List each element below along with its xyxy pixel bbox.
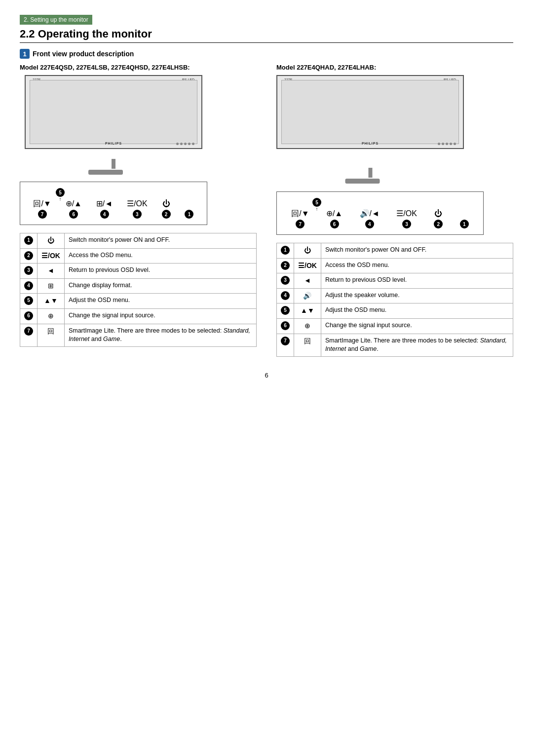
left-column: Model 227E4QSD, 227E4LSB, 227E4QHSD, 227… [20, 64, 257, 357]
left-monitor-base [104, 159, 123, 174]
left-model-title: Model 227E4QSD, 227E4LSB, 227E4QHSD, 227… [20, 64, 257, 71]
row-num: 5 [20, 294, 38, 309]
row-icon: ☰/OK [294, 258, 321, 273]
table-row: 7回SmartImage Lite. There are three modes… [20, 324, 257, 346]
row-icon: ⊞ [38, 278, 65, 294]
row-desc: Change the signal input source. [64, 308, 256, 324]
right-btn-7: 回/▼ 7 [291, 210, 309, 228]
row-icon: ⏻ [294, 243, 321, 259]
table-row: 2☰/OKAccess the OSD menu. [20, 248, 257, 264]
top-bar: 2. Setting up the monitor [20, 15, 92, 25]
right-btn-diagram: 5 ↑ 回/▼ 7 ⊕/▲ 6 🔊/◄ 4 [276, 191, 484, 235]
row-desc: Switch monitor's power ON and OFF. [64, 233, 256, 249]
row-desc: Adjust the OSD menu. [64, 294, 256, 309]
row-icon: 回 [294, 334, 321, 356]
row-num: 2 [277, 258, 294, 273]
row-num: 5 [277, 303, 294, 319]
page-number: 6 [20, 372, 513, 379]
left-monitor-screen-inner [30, 80, 197, 144]
right-feature-table: 1⏻Switch monitor's power ON and OFF.2☰/O… [276, 243, 513, 357]
table-row: 2☰/OKAccess the OSD menu. [277, 258, 513, 273]
row-desc: SmartImage Lite. There are three modes t… [64, 324, 256, 346]
left-btn-6: ⊕/▲ 6 [66, 200, 82, 219]
row-desc: Switch monitor's power ON and OFF. [321, 243, 513, 259]
left-btn-diagram: 5 ↑ 回/▼ 7 ⊕/▲ 6 ⊞/◄ [20, 182, 207, 225]
content-wrapper: Model 227E4QSD, 227E4LSB, 227E4QHSD, 227… [20, 64, 513, 357]
left-num5-indicator: 5 ↑ [56, 188, 65, 202]
left-feature-table: 1⏻Switch monitor's power ON and OFF.2☰/O… [20, 233, 257, 347]
right-btn-6: ⊕/▲ 6 [326, 210, 343, 228]
row-desc: Change display format. [64, 278, 256, 294]
row-desc: Access the OSD menu. [321, 258, 513, 273]
left-btn-1: ⏻ 1 [185, 200, 193, 219]
right-btn-4: 🔊/◄ 4 [360, 210, 380, 228]
row-num: 1 [277, 243, 294, 259]
right-monitor-illustration: 227E PS LED PHILIPS [276, 75, 464, 184]
right-btn-3: ☰/OK 3 [396, 210, 417, 228]
row-icon: ⏻ [38, 233, 65, 249]
row-desc: Change the signal input source. [321, 318, 513, 334]
left-monitor-screen: 227E PS LED PHILIPS [25, 75, 202, 149]
page-title: 2.2 Operating the monitor [20, 28, 513, 43]
table-row: 3◄Return to previous OSD level. [20, 264, 257, 279]
table-row: 1⏻Switch monitor's power ON and OFF. [20, 233, 257, 249]
table-row: 6⊕Change the signal input source. [20, 308, 257, 324]
row-num: 1 [20, 233, 38, 249]
right-monitor-base [361, 168, 380, 184]
table-row: 4🔊Adjust the speaker volume. [277, 288, 513, 303]
left-monitor-buttons [176, 143, 194, 145]
row-icon: 回 [38, 324, 65, 346]
row-desc: Adjust the OSD menu. [321, 303, 513, 319]
left-monitor-brand: PHILIPS [105, 142, 122, 145]
table-row: 7回SmartImage Lite. There are three modes… [277, 334, 513, 356]
row-icon: ◄ [294, 273, 321, 289]
right-btn-1: ⏻ 1 [460, 210, 469, 228]
row-icon: ▲▼ [38, 294, 65, 309]
row-num: 3 [20, 264, 38, 279]
left-btn-row: 回/▼ 7 ⊕/▲ 6 ⊞/◄ 4 ☰/OK [26, 190, 201, 219]
row-desc: Return to previous OSD level. [321, 273, 513, 289]
row-desc: SmartImage Lite. There are three modes t… [321, 334, 513, 356]
row-num: 2 [20, 248, 38, 264]
table-row: 4⊞Change display format. [20, 278, 257, 294]
table-row: 5▲▼Adjust the OSD menu. [20, 294, 257, 309]
left-btn-2: ⏻ 2 [162, 200, 171, 219]
right-monitor-screen: 227E PS LED PHILIPS [276, 75, 464, 149]
front-view-label: Front view product description [33, 50, 134, 58]
section-front-view: 1 Front view product description [20, 49, 513, 59]
row-num: 4 [277, 288, 294, 303]
row-num: 6 [277, 318, 294, 334]
row-icon: ▲▼ [294, 303, 321, 319]
row-icon: ⊕ [38, 308, 65, 324]
row-icon: ⊕ [294, 318, 321, 334]
table-row: 5▲▼Adjust the OSD menu. [277, 303, 513, 319]
row-desc: Return to previous OSD level. [64, 264, 256, 279]
row-desc: Access the OSD menu. [64, 248, 256, 264]
right-column: Model 227E4QHAD, 227E4LHAB: 227E PS LED … [276, 64, 513, 357]
section-badge: 1 [20, 49, 30, 59]
row-icon: ◄ [38, 264, 65, 279]
row-desc: Adjust the speaker volume. [321, 288, 513, 303]
row-num: 7 [277, 334, 294, 356]
left-btn-4: ⊞/◄ 4 [96, 200, 113, 219]
row-icon: 🔊 [294, 288, 321, 303]
row-num: 4 [20, 278, 38, 294]
left-btn-7: 回/▼ 7 [33, 200, 51, 219]
right-model-title: Model 227E4QHAD, 227E4LHAB: [276, 64, 513, 71]
right-btn-2: ⏻ 2 [434, 210, 443, 228]
table-row: 1⏻Switch monitor's power ON and OFF. [277, 243, 513, 259]
table-row: 6⊕Change the signal input source. [277, 318, 513, 334]
left-btn-3: ☰/OK 3 [127, 200, 148, 219]
table-row: 3◄Return to previous OSD level. [277, 273, 513, 289]
row-icon: ☰/OK [38, 248, 65, 264]
right-monitor-buttons [438, 143, 456, 145]
row-num: 3 [277, 273, 294, 289]
row-num: 7 [20, 324, 38, 346]
right-num5-indicator: 5 ↑ [312, 198, 321, 212]
row-num: 6 [20, 308, 38, 324]
right-monitor-brand: PHILIPS [362, 142, 379, 145]
right-monitor-screen-inner [281, 80, 459, 144]
left-monitor-illustration: 227E PS LED PHILIPS [20, 75, 207, 174]
